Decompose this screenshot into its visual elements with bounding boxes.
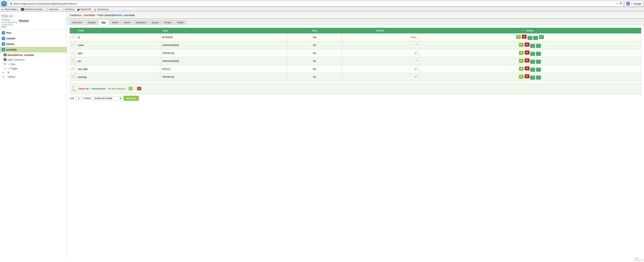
dropdown-icon[interactable]: ▼ bbox=[616, 2, 618, 5]
index-btn-name[interactable]: I─ bbox=[536, 44, 541, 48]
db-num-userdata: 3 bbox=[2, 48, 5, 51]
sidebar-table-phpsqlitecms[interactable]: ≡ phpsqlitecms_userdata bbox=[0, 52, 67, 57]
row-check-last-login[interactable] bbox=[70, 65, 76, 73]
checkbox-name[interactable] bbox=[72, 44, 74, 46]
field-wysiwyg: wysiwyg bbox=[76, 73, 160, 81]
aircrack-ng-icon: 📡 bbox=[94, 8, 97, 11]
sidebar-item-test[interactable]: 3 Test bbox=[0, 30, 67, 36]
row-check-wysiwyg[interactable] bbox=[70, 73, 76, 81]
edit-btn-id[interactable]: ✎ bbox=[516, 35, 521, 39]
bookmark-kali-docs[interactable]: ⚡ Kali Docs bbox=[61, 8, 74, 11]
checkbox-last-login[interactable] bbox=[72, 68, 74, 70]
trigger-icon: ⚡ bbox=[4, 67, 7, 70]
checkbox-wysiwyg[interactable] bbox=[72, 76, 74, 78]
view-link-label: + View bbox=[8, 63, 15, 65]
db-label-content: content bbox=[6, 37, 15, 40]
tab-select[interactable]: Select bbox=[109, 20, 121, 25]
selection-delete-btn[interactable]: ✕ bbox=[137, 87, 141, 90]
row-check-pw[interactable] bbox=[70, 57, 76, 65]
selection-separator: . bbox=[134, 87, 135, 90]
sidebar-table-sqlite-sequence[interactable]: ≡ sqlite_sequence bbox=[0, 57, 67, 62]
actions-wysiwyg: ✎ ✕ U─ I─ bbox=[419, 73, 641, 81]
unique-btn-type[interactable]: U─ bbox=[530, 52, 535, 56]
google-dropdown-icon[interactable]: ▼ bbox=[631, 2, 633, 5]
delete-btn-pw[interactable]: ✕ bbox=[525, 58, 530, 62]
uncheck-all-link[interactable]: Uncheck all bbox=[92, 87, 105, 90]
row-check-type[interactable] bbox=[70, 49, 76, 57]
bookmark-most-visited[interactable]: ★ Most Visited ▾ bbox=[1, 8, 18, 11]
sidebar-link-trigger[interactable]: ⚡ + Trigger bbox=[0, 66, 67, 70]
unique-btn-wysiwyg[interactable]: U─ bbox=[530, 76, 535, 80]
checkbox-id[interactable] bbox=[72, 36, 74, 38]
edit-btn-pw[interactable]: ✎ bbox=[519, 59, 524, 63]
bookmark-exploit-db[interactable]: 💣 Exploit-DB bbox=[77, 8, 91, 11]
table-container: Field Type Null Default Action id INTEGE… bbox=[67, 25, 644, 105]
add-position-select[interactable]: At the end of table At the beginning of … bbox=[92, 96, 122, 100]
row-check-name[interactable] bbox=[70, 41, 76, 49]
index-btn-last-login[interactable]: I─ bbox=[536, 68, 541, 72]
sidebar-logo: SQLite Manager Theme designed byTanguy P… bbox=[0, 12, 67, 30]
bookmark-aircrack-ng[interactable]: 📡 Aircrack-ng bbox=[94, 8, 108, 11]
logo-theme-text: Theme designed byTanguy Pivottsf.net bbox=[2, 21, 17, 28]
unique-btn-pw[interactable]: U─ bbox=[530, 60, 535, 64]
sidebar-item-entries[interactable]: 3 entries bbox=[0, 41, 67, 47]
index-btn-id[interactable]: I─ bbox=[533, 36, 538, 40]
index-btn-wysiwyg[interactable]: I─ bbox=[536, 76, 541, 80]
sidebar-item-userdata[interactable]: 3 userdata bbox=[0, 47, 67, 52]
null-wysiwyg: No bbox=[287, 73, 342, 81]
index-btn-type[interactable]: I─ bbox=[536, 52, 541, 56]
address-bar[interactable]: 🌐 admin.megacorpone.com:81/admin/sqlite/… bbox=[8, 1, 624, 6]
for-selection-text: - For the selection : bbox=[106, 87, 127, 90]
tab-insert[interactable]: Insert bbox=[122, 20, 133, 25]
field-type: type bbox=[76, 49, 160, 57]
check-all-link[interactable]: Check all bbox=[78, 87, 88, 90]
unique-btn-name[interactable]: U─ bbox=[530, 44, 535, 48]
unique-btn-id[interactable]: U─ bbox=[528, 36, 532, 40]
edit-btn-type[interactable]: ✎ bbox=[519, 51, 524, 55]
unique-btn-last-login[interactable]: U─ bbox=[530, 68, 535, 72]
sidebar-func-md5rev[interactable]: fx md5rev bbox=[0, 75, 67, 79]
bookmarks-bar: ★ Most Visited ▾ OS Offensive Security ⚡… bbox=[0, 7, 644, 11]
tab-structure[interactable]: Structure bbox=[70, 20, 85, 25]
execute-button[interactable]: Execute bbox=[124, 96, 139, 101]
row-check-id[interactable] bbox=[70, 33, 76, 41]
edit-btn-wysiwyg[interactable]: ✎ bbox=[519, 75, 524, 79]
home-link[interactable]: Home bbox=[19, 19, 29, 23]
back-button[interactable]: ← bbox=[1, 1, 7, 6]
add-count-input[interactable] bbox=[75, 96, 82, 100]
tab-export[interactable]: Export bbox=[149, 20, 162, 25]
pk-btn-id[interactable]: PK bbox=[539, 35, 544, 39]
tab-display[interactable]: Display bbox=[85, 20, 98, 25]
index-btn-pw[interactable]: I─ bbox=[536, 60, 541, 64]
google-search-bar[interactable]: 8 ▼ Google bbox=[625, 1, 643, 6]
selection-edit-btn[interactable]: ✎ bbox=[128, 87, 133, 90]
delete-btn-wysiwyg[interactable]: ✕ bbox=[525, 74, 530, 78]
sidebar-link-view[interactable]: 👁 + View bbox=[0, 62, 67, 66]
tab-delete[interactable]: Delete bbox=[174, 20, 186, 25]
default-name: "" bbox=[342, 41, 419, 49]
delete-btn-name[interactable]: ✕ bbox=[525, 42, 530, 46]
bookmark-offensive-security[interactable]: OS Offensive Security bbox=[21, 8, 42, 11]
bookmark-kali-linux[interactable]: ⚡ Kali Linux bbox=[45, 8, 58, 11]
type-type: TINYINT(4) bbox=[160, 49, 287, 57]
edit-btn-name[interactable]: ✎ bbox=[519, 43, 524, 47]
tab-empty[interactable]: Empty bbox=[162, 20, 174, 25]
actions-name: ✎ ✕ U─ I─ bbox=[419, 41, 641, 49]
content-area: Database : userdata - Table phpsqlitecms… bbox=[67, 12, 644, 259]
tab-sql[interactable]: SQL bbox=[98, 20, 109, 25]
delete-btn-type[interactable]: ✕ bbox=[525, 50, 530, 54]
sidebar-item-content[interactable]: 3 content bbox=[0, 36, 67, 41]
tab-operation[interactable]: Operation bbox=[133, 20, 149, 25]
checkbox-pw[interactable] bbox=[72, 60, 74, 62]
checkbox-type[interactable] bbox=[72, 52, 74, 54]
add-field-row: Add Field(s) At the end of table At the … bbox=[70, 94, 641, 102]
default-last-login: '0' bbox=[342, 65, 419, 73]
refresh-button[interactable]: ↺ bbox=[619, 2, 622, 5]
edit-btn-last-login[interactable]: ✎ bbox=[519, 67, 524, 71]
arrow-icon: ↑└─ bbox=[72, 85, 77, 92]
delete-btn-id[interactable]: ✕ bbox=[522, 35, 526, 39]
delete-btn-last-login[interactable]: ✕ bbox=[525, 66, 530, 70]
type-last-login: INT(11) bbox=[160, 65, 287, 73]
star-icon[interactable]: ☆ bbox=[612, 2, 615, 5]
sidebar-func-if[interactable]: fx IF bbox=[0, 70, 67, 75]
